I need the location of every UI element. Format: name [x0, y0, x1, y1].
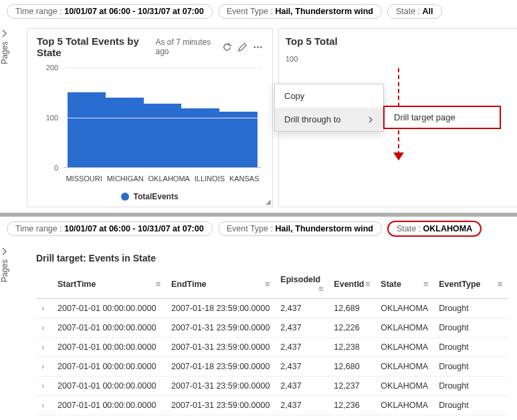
cell-eventid: 12,237 [328, 377, 375, 396]
x-axis-label: MICHIGAN [107, 175, 144, 183]
cell-starttime: 2007-01-01 00:00:00.0000 [52, 357, 166, 377]
x-axis-label: ILLINOIS [195, 175, 225, 183]
cell-endtime: 2007-01-31 23:59:00.0000 [166, 415, 275, 421]
cell-eventtype: Drought [433, 377, 508, 396]
table-row[interactable]: ›2007-01-01 00:00:00.00002007-01-31 23:5… [36, 415, 508, 421]
column-header-eventtype[interactable]: EventType≡ [433, 270, 508, 299]
cell-endtime: 2007-01-31 23:59:00.0000 [166, 338, 275, 357]
expand-row-icon[interactable]: › [36, 396, 52, 415]
filter-state[interactable]: State : OKLAHOMA [387, 221, 482, 237]
context-menu: Copy Drill through to [274, 84, 384, 132]
expand-row-icon[interactable]: › [36, 338, 52, 357]
bar-michigan[interactable] [106, 98, 144, 167]
expand-row-icon[interactable]: › [36, 377, 52, 396]
x-axis-label: MISSOURI [66, 175, 102, 183]
chart-card-top5-states: Top 5 Total Events by State As of 7 minu… [27, 28, 273, 207]
column-header-episodeid[interactable]: EpisodeId≡ [275, 270, 328, 299]
cell-endtime: 2007-01-31 23:59:00.0000 [166, 318, 275, 338]
pages-panel-toggle[interactable]: Pages [0, 23, 19, 213]
cell-episodeid: 2,437 [275, 338, 328, 357]
column-header-endtime[interactable]: EndTime≡ [166, 270, 275, 299]
bar-kansas[interactable] [219, 112, 257, 167]
filter-time-range[interactable]: Time range : 10/01/07 at 06:00 - 10/31/0… [7, 4, 213, 19]
resize-handle-icon[interactable]: ◢ [266, 198, 271, 205]
table-row[interactable]: ›2007-01-01 00:00:00.00002007-01-18 23:5… [36, 299, 508, 318]
column-menu-icon[interactable]: ≡ [365, 280, 370, 289]
expand-row-icon[interactable]: › [36, 299, 52, 318]
cell-starttime: 2007-01-01 00:00:00.0000 [52, 396, 166, 415]
filter-event-type[interactable]: Event Type : Hail, Thunderstorm wind [218, 4, 382, 19]
as-of-text: As of 7 minutes ago [156, 37, 217, 56]
edit-icon[interactable] [237, 42, 247, 52]
svg-point-2 [260, 46, 262, 47]
cell-state: OKLAHOMA [375, 318, 433, 338]
table-row[interactable]: ›2007-01-01 00:00:00.00002007-01-31 23:5… [36, 396, 508, 415]
pages-label: Pages [0, 259, 9, 282]
refresh-icon[interactable] [222, 42, 232, 52]
table-row[interactable]: ›2007-01-01 00:00:00.00002007-01-31 23:5… [36, 377, 508, 396]
column-menu-icon[interactable]: ≡ [156, 280, 161, 289]
column-menu-icon[interactable]: ≡ [498, 280, 502, 289]
bar-chart[interactable]: 0100200 MISSOURIMICHIGANOKLAHOMAILLINOIS… [37, 61, 263, 188]
cell-starttime: 2007-01-01 00:00:00.0000 [52, 318, 166, 338]
column-menu-icon[interactable]: ≡ [265, 280, 270, 289]
y-axis-tick: 100 [46, 114, 58, 122]
column-header-state[interactable]: State≡ [375, 270, 433, 299]
filter-value: Hail, Thunderstorm wind [275, 224, 373, 233]
cell-starttime: 2007-01-01 00:00:00.0000 [52, 338, 166, 357]
cell-eventid: 12,236 [328, 396, 375, 415]
filter-state[interactable]: State : All [387, 4, 442, 19]
x-axis-label: KANSAS [229, 175, 260, 183]
cell-eventid: 12,238 [328, 338, 375, 357]
more-icon[interactable] [253, 42, 263, 52]
cell-state: OKLAHOMA [375, 396, 433, 415]
cell-state: OKLAHOMA [375, 338, 433, 357]
cell-starttime: 2007-01-01 00:00:00.0000 [52, 377, 166, 396]
top-filter-bar: Time range : 10/01/07 at 06:00 - 10/31/0… [0, 0, 517, 23]
cell-eventid: 12,680 [328, 357, 375, 377]
column-header-starttime[interactable]: StartTime≡ [52, 270, 166, 299]
filter-label: Time range : [15, 7, 64, 16]
filter-event-type[interactable]: Event Type : Hail, Thunderstorm wind [218, 221, 382, 236]
table-row[interactable]: ›2007-01-01 00:00:00.00002007-01-18 23:5… [36, 357, 508, 377]
cell-eventid: 12,226 [328, 318, 375, 338]
expand-row-icon[interactable]: › [36, 415, 52, 421]
expand-row-icon[interactable]: › [36, 357, 52, 377]
filter-value: Hail, Thunderstorm wind [275, 7, 373, 16]
y-axis-tick: 100 [286, 55, 512, 63]
filter-value: OKLAHOMA [423, 224, 473, 233]
column-menu-icon[interactable]: ≡ [423, 280, 428, 289]
cell-starttime: 2007-01-01 00:00:00.0000 [52, 299, 166, 318]
bar-missouri[interactable] [68, 92, 106, 167]
annotation-arrow-head [393, 152, 404, 161]
bottom-filter-bar: Time range : 10/01/07 at 06:00 - 10/31/0… [0, 217, 517, 241]
table-row[interactable]: ›2007-01-01 00:00:00.00002007-01-31 23:5… [36, 318, 508, 338]
cell-eventtype: Drought [433, 415, 508, 421]
chevron-right-icon [1, 29, 9, 37]
cell-episodeid: 2,437 [275, 377, 328, 396]
column-menu-icon[interactable]: ≡ [318, 284, 323, 294]
context-drill-through[interactable]: Drill through to [275, 108, 383, 131]
cell-episodeid: 2,437 [275, 415, 328, 421]
y-axis-tick: 0 [54, 164, 58, 172]
cell-eventtype: Drought [433, 338, 508, 357]
filter-time-range[interactable]: Time range : 10/01/07 at 06:00 - 10/31/0… [7, 221, 213, 236]
column-header-eventid[interactable]: EventId≡ [328, 270, 375, 299]
pages-panel-toggle[interactable]: Pages [0, 241, 19, 420]
filter-label: Time range : [15, 224, 64, 233]
expand-row-icon[interactable]: › [36, 318, 52, 338]
context-copy[interactable]: Copy [275, 84, 383, 108]
drill-title: Drill target: Events in State [36, 253, 508, 264]
cell-state: OKLAHOMA [375, 377, 433, 396]
drill-target-submenu-item[interactable]: Drill target page [383, 106, 501, 129]
cell-eventtype: Drought [433, 357, 508, 377]
gridline [64, 68, 262, 68]
cell-state: OKLAHOMA [375, 357, 433, 377]
table-row[interactable]: ›2007-01-01 00:00:00.00002007-01-31 23:5… [36, 338, 508, 357]
filter-value: 10/01/07 at 06:00 - 10/31/07 at 07:00 [64, 224, 203, 233]
y-axis-tick: 200 [46, 64, 58, 72]
x-axis-label: OKLAHOMA [148, 175, 190, 183]
cell-eventtype: Drought [433, 318, 508, 338]
bar-oklahoma[interactable] [144, 104, 182, 167]
filter-label: State : [397, 224, 423, 233]
